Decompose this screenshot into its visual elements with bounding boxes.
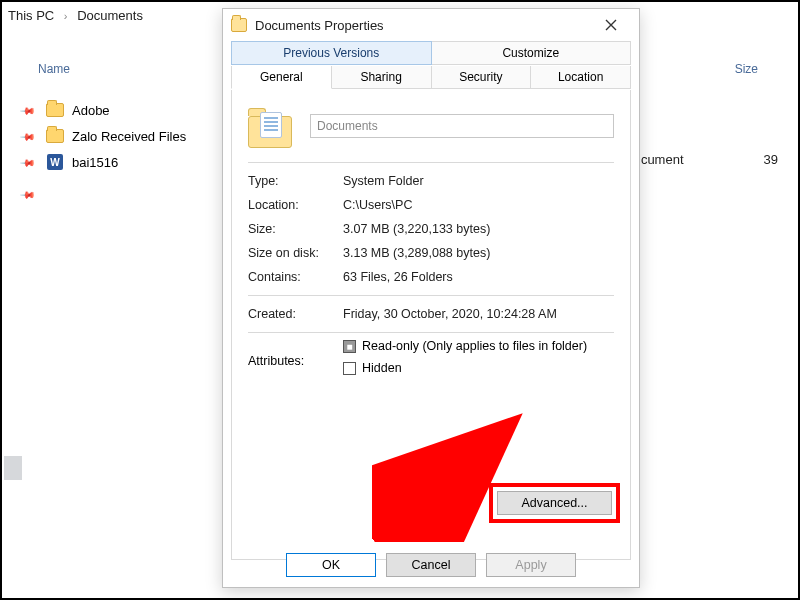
pin-icon: 📌	[20, 129, 34, 143]
folder-icon	[46, 127, 64, 145]
general-tab-panel: Type:System Folder Location:C:\Users\PC …	[231, 90, 631, 560]
breadcrumb-separator: ›	[64, 10, 68, 22]
tab-location[interactable]: Location	[531, 66, 631, 89]
column-size[interactable]: Size	[735, 62, 758, 76]
tab-security[interactable]: Security	[432, 66, 532, 89]
created-value: Friday, 30 October, 2020, 10:24:28 AM	[343, 307, 614, 321]
readonly-checkbox[interactable]: ■	[343, 340, 356, 353]
created-label: Created:	[248, 307, 343, 321]
type-value: System Folder	[343, 174, 614, 188]
attributes-label: Attributes:	[248, 354, 343, 368]
size-value: 3.07 MB (3,220,133 bytes)	[343, 222, 614, 236]
detail-size-fragment: 39	[764, 152, 778, 167]
dialog-title: Documents Properties	[255, 18, 591, 33]
breadcrumb-root[interactable]: This PC	[8, 8, 54, 23]
file-list: 📌 Adobe 📌 Zalo Received Files 📌 W bai151…	[22, 97, 186, 207]
folder-name-input[interactable]	[310, 114, 614, 138]
file-name: Zalo Received Files	[72, 129, 186, 144]
apply-button[interactable]: Apply	[486, 553, 576, 577]
pin-icon: 📌	[20, 103, 34, 117]
word-icon: W	[46, 153, 64, 171]
list-item[interactable]: 📌 W bai1516	[22, 149, 186, 175]
location-value: C:\Users\PC	[343, 198, 614, 212]
tab-general[interactable]: General	[231, 66, 332, 89]
hidden-label: Hidden	[362, 361, 402, 375]
size-on-disk-label: Size on disk:	[248, 246, 343, 260]
pin-icon: 📌	[20, 187, 34, 201]
divider	[248, 295, 614, 296]
selection-indicator	[4, 456, 22, 480]
file-detail-fragment: cument 39	[641, 152, 778, 167]
close-button[interactable]	[591, 11, 631, 39]
tabs-row-2: General Sharing Security Location	[231, 66, 631, 90]
ok-button[interactable]: OK	[286, 553, 376, 577]
divider	[248, 332, 614, 333]
properties-dialog: Documents Properties Previous Versions C…	[222, 8, 640, 588]
pin-icon: 📌	[20, 155, 34, 169]
breadcrumb[interactable]: This PC › Documents	[8, 8, 143, 23]
detail-type-fragment: cument	[641, 152, 684, 167]
type-label: Type:	[248, 174, 343, 188]
list-item[interactable]: 📌 Adobe	[22, 97, 186, 123]
dialog-button-row: OK Cancel Apply	[223, 553, 639, 577]
tab-customize[interactable]: Customize	[432, 41, 632, 65]
breadcrumb-current[interactable]: Documents	[77, 8, 143, 23]
tab-sharing[interactable]: Sharing	[332, 66, 432, 89]
list-item[interactable]: 📌 Zalo Received Files	[22, 123, 186, 149]
readonly-label: Read-only (Only applies to files in fold…	[362, 339, 587, 353]
divider	[248, 162, 614, 163]
contains-value: 63 Files, 26 Folders	[343, 270, 614, 284]
close-icon	[605, 19, 617, 31]
cancel-button[interactable]: Cancel	[386, 553, 476, 577]
file-name: Adobe	[72, 103, 110, 118]
dialog-titlebar[interactable]: Documents Properties	[223, 9, 639, 41]
folder-icon	[46, 101, 64, 119]
column-name[interactable]: Name	[38, 62, 218, 76]
location-label: Location:	[248, 198, 343, 212]
tab-previous-versions[interactable]: Previous Versions	[231, 41, 432, 65]
hidden-checkbox[interactable]	[343, 362, 356, 375]
contains-label: Contains:	[248, 270, 343, 284]
file-name: bai1516	[72, 155, 118, 170]
folder-icon	[231, 18, 247, 32]
size-label: Size:	[248, 222, 343, 236]
tabs-row-1: Previous Versions Customize	[231, 41, 631, 66]
pinned-empty: 📌	[22, 181, 186, 207]
folder-large-icon	[248, 104, 292, 148]
advanced-button[interactable]: Advanced...	[497, 491, 612, 515]
size-on-disk-value: 3.13 MB (3,289,088 bytes)	[343, 246, 614, 260]
